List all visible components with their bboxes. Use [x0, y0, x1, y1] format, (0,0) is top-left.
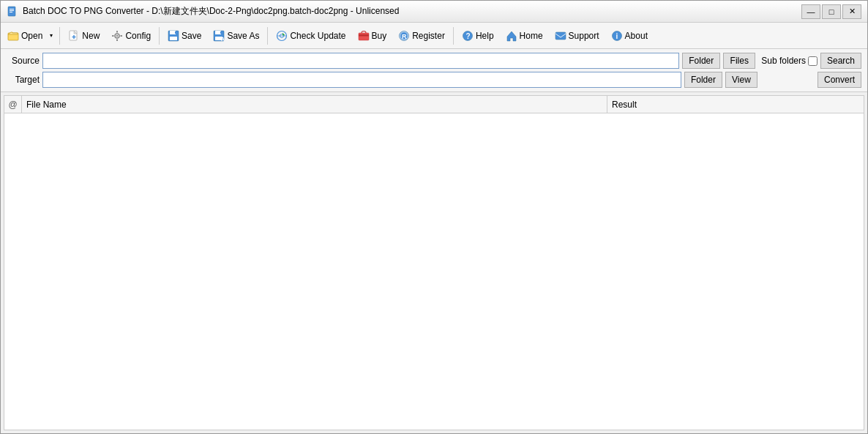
- svg-rect-21: [220, 31, 222, 34]
- help-icon: ?: [462, 30, 474, 42]
- source-row: Source Folder Files Sub folders Search: [7, 53, 861, 69]
- save-as-button[interactable]: A Save As: [208, 26, 264, 46]
- open-label: Open: [21, 31, 42, 41]
- home-label: Home: [520, 31, 543, 41]
- svg-rect-25: [359, 33, 369, 40]
- new-label: New: [82, 31, 100, 41]
- about-label: About: [625, 31, 648, 41]
- sub-folders-checkbox[interactable]: [808, 56, 818, 66]
- config-label: Config: [125, 31, 151, 41]
- filename-column-header: File Name: [22, 96, 607, 113]
- save-label: Save: [182, 31, 201, 41]
- file-table: @ File Name Result: [4, 95, 864, 430]
- check-update-icon: [276, 30, 288, 42]
- buy-label: Buy: [372, 31, 387, 41]
- svg-rect-13: [121, 35, 123, 37]
- register-label: Register: [412, 31, 445, 41]
- svg-rect-0: [8, 7, 15, 16]
- svg-text:R: R: [402, 33, 407, 40]
- target-folder-button[interactable]: Folder: [684, 72, 722, 88]
- source-files-button[interactable]: Files: [723, 53, 755, 69]
- sub-folders-area: Sub folders: [761, 56, 818, 66]
- sub-folders-text: Sub folders: [761, 56, 806, 66]
- svg-rect-16: [170, 37, 177, 40]
- about-icon: i: [611, 30, 623, 42]
- target-input[interactable]: [42, 72, 681, 88]
- main-window: Batch DOC TO PNG Converter - D:\新建文件夹\Do…: [0, 0, 868, 434]
- maximize-button[interactable]: □: [822, 4, 841, 19]
- open-button[interactable]: Open: [4, 26, 46, 46]
- source-label: Source: [7, 56, 40, 66]
- sep-1: [59, 27, 60, 45]
- svg-point-9: [116, 34, 118, 36]
- at-column-header: @: [4, 96, 22, 113]
- svg-rect-1: [10, 9, 14, 10]
- svg-rect-32: [555, 32, 566, 40]
- register-button[interactable]: R Register: [393, 26, 450, 46]
- svg-rect-2: [10, 10, 14, 11]
- svg-rect-5: [70, 31, 77, 40]
- save-icon: [168, 30, 179, 42]
- home-icon: [506, 30, 517, 42]
- svg-rect-11: [116, 39, 118, 41]
- save-as-icon: A: [213, 30, 225, 42]
- window-controls: — □ ✕: [801, 4, 861, 19]
- app-icon: [7, 6, 18, 18]
- sep-3: [267, 27, 268, 45]
- support-icon: [555, 30, 566, 42]
- search-button[interactable]: Search: [820, 53, 861, 69]
- svg-rect-26: [359, 34, 369, 37]
- sep-2: [159, 27, 160, 45]
- sub-folders-label: Sub folders: [761, 56, 818, 66]
- sep-4: [453, 27, 454, 45]
- svg-rect-15: [170, 31, 176, 34]
- minimize-button[interactable]: —: [801, 4, 820, 19]
- save-button[interactable]: Save: [162, 26, 206, 46]
- svg-text:A: A: [221, 37, 225, 42]
- source-input[interactable]: [42, 53, 679, 69]
- help-label: Help: [476, 31, 494, 41]
- help-button[interactable]: ? Help: [457, 26, 499, 46]
- about-button[interactable]: i About: [606, 26, 653, 46]
- config-icon: [111, 30, 123, 42]
- toolbar: Open ▾ New: [1, 23, 867, 49]
- close-button[interactable]: ✕: [842, 4, 861, 19]
- support-label: Support: [569, 31, 599, 41]
- target-label: Target: [7, 75, 40, 85]
- register-icon: R: [398, 30, 410, 42]
- svg-rect-19: [215, 31, 221, 34]
- svg-text:?: ?: [465, 32, 470, 40]
- svg-rect-12: [112, 35, 114, 37]
- new-button[interactable]: New: [63, 26, 105, 46]
- open-dropdown-button[interactable]: ▾: [46, 26, 56, 46]
- source-folder-button[interactable]: Folder: [682, 53, 720, 69]
- buy-button[interactable]: Buy: [353, 26, 392, 46]
- check-update-label: Check Update: [290, 31, 345, 41]
- buy-icon: [358, 30, 370, 42]
- form-area: Source Folder Files Sub folders Search T…: [1, 49, 867, 92]
- new-icon: [68, 30, 80, 42]
- result-column-header: Result: [607, 96, 864, 113]
- target-row: Target Folder View Convert: [7, 72, 861, 88]
- open-icon: [7, 30, 19, 42]
- open-button-group: Open ▾: [4, 26, 56, 46]
- table-header: @ File Name Result: [4, 96, 864, 113]
- save-as-label: Save As: [227, 31, 259, 41]
- table-body: [4, 113, 864, 430]
- home-button[interactable]: Home: [501, 26, 548, 46]
- svg-text:i: i: [616, 32, 618, 40]
- svg-rect-10: [116, 31, 118, 33]
- svg-rect-17: [175, 31, 176, 34]
- check-update-button[interactable]: Check Update: [271, 26, 351, 46]
- view-button[interactable]: View: [725, 72, 757, 88]
- convert-button[interactable]: Convert: [818, 72, 861, 88]
- support-button[interactable]: Support: [550, 26, 605, 46]
- title-bar: Batch DOC TO PNG Converter - D:\新建文件夹\Do…: [1, 1, 867, 23]
- title-text: Batch DOC TO PNG Converter - D:\新建文件夹\Do…: [23, 5, 801, 18]
- svg-rect-3: [10, 12, 12, 12]
- config-button[interactable]: Config: [106, 26, 156, 46]
